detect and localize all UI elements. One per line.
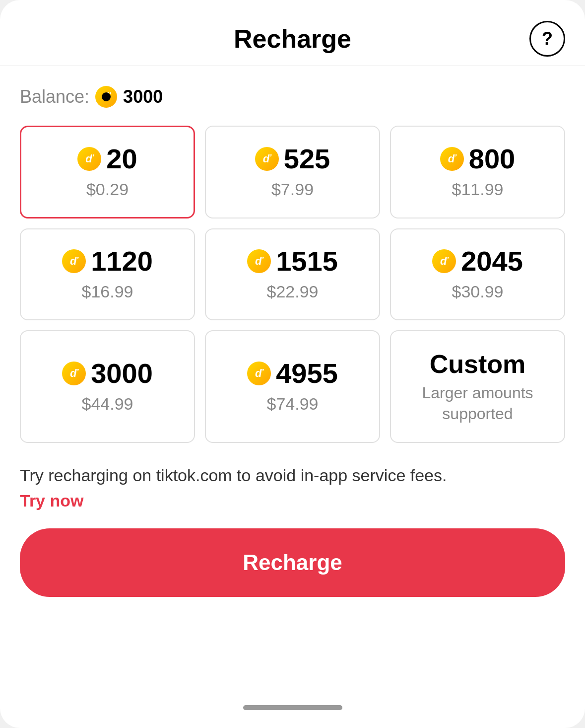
coin-amount-2045: 2045 xyxy=(461,247,523,275)
coin-price-4955: $74.99 xyxy=(267,394,319,414)
try-now-link[interactable]: Try now xyxy=(20,491,565,510)
tiktok-coin-icon: ď xyxy=(70,367,78,380)
coin-icon-1515: ď xyxy=(247,249,271,273)
coin-package-1515[interactable]: ď 1515 $22.99 xyxy=(205,228,380,320)
main-content: Balance: ď 3000 ď 20 $0.29 xyxy=(0,66,585,695)
coin-package-20[interactable]: ď 20 $0.29 xyxy=(20,126,195,218)
coin-price-800: $11.99 xyxy=(452,180,504,199)
tiktok-coin-icon: ď xyxy=(255,255,263,268)
balance-coin-icon: ď xyxy=(95,86,117,108)
coin-package-800[interactable]: ď 800 $11.99 xyxy=(390,126,565,218)
coin-amount-1515: 1515 xyxy=(276,247,338,275)
balance-row: Balance: ď 3000 xyxy=(20,86,565,108)
bottom-indicator-area xyxy=(0,695,585,728)
coin-package-custom[interactable]: Custom Larger amounts supported xyxy=(390,330,565,443)
tiktok-coin-icon: ď xyxy=(85,152,93,165)
coin-price-1515: $22.99 xyxy=(267,282,319,301)
coin-icon-20: ď xyxy=(77,147,101,171)
coin-package-1120[interactable]: ď 1120 $16.99 xyxy=(20,228,195,320)
tiktok-coin-icon: ď xyxy=(70,255,78,268)
coin-package-4955[interactable]: ď 4955 $74.99 xyxy=(205,330,380,443)
custom-description: Larger amounts supported xyxy=(401,383,554,424)
coin-card-row: ď 2045 xyxy=(432,247,523,275)
coin-card-row: ď 525 xyxy=(255,145,330,173)
tiktok-coin-icon: ď xyxy=(255,367,263,380)
coin-amount-3000: 3000 xyxy=(91,360,153,387)
coin-icon-1120: ď xyxy=(62,249,86,273)
coin-package-2045[interactable]: ď 2045 $30.99 xyxy=(390,228,565,320)
coin-price-20: $0.29 xyxy=(86,180,129,199)
coin-package-grid: ď 20 $0.29 ď 525 $7.99 xyxy=(20,126,565,443)
home-indicator xyxy=(243,705,342,710)
coin-card-row: ď 1515 xyxy=(247,247,338,275)
coin-price-525: $7.99 xyxy=(271,180,314,199)
phone-container: Recharge ? Balance: ď 3000 ď 20 xyxy=(0,0,585,728)
balance-amount: 3000 xyxy=(123,86,163,107)
coin-icon-2045: ď xyxy=(432,249,456,273)
coin-card-row: ď 3000 xyxy=(62,360,153,387)
coin-icon-525: ď xyxy=(255,147,279,171)
tiktok-coin-icon: ď xyxy=(448,152,456,165)
coin-card-row: ď 20 xyxy=(77,145,137,173)
tiktok-coin-icon: ď xyxy=(440,255,448,268)
question-icon: ? xyxy=(542,28,553,49)
coin-card-row: ď 4955 xyxy=(247,360,338,387)
custom-title: Custom xyxy=(430,349,526,379)
coin-icon-4955: ď xyxy=(247,362,271,385)
balance-label: Balance: xyxy=(20,86,89,107)
coin-package-3000[interactable]: ď 3000 $44.99 xyxy=(20,330,195,443)
coin-amount-525: 525 xyxy=(284,145,330,173)
recharge-button[interactable]: Recharge xyxy=(20,528,565,597)
coin-amount-800: 800 xyxy=(469,145,515,173)
tiktok-coin-icon: ď xyxy=(263,152,271,165)
promo-text: Try recharging on tiktok.com to avoid in… xyxy=(20,463,565,488)
coin-price-2045: $30.99 xyxy=(452,282,504,301)
coin-card-row: ď 1120 xyxy=(62,247,153,275)
coin-card-row: ď 800 xyxy=(440,145,515,173)
coin-icon-800: ď xyxy=(440,147,464,171)
header: Recharge ? xyxy=(0,0,585,66)
coin-amount-4955: 4955 xyxy=(276,360,338,387)
help-button[interactable]: ? xyxy=(529,21,565,57)
coin-price-1120: $16.99 xyxy=(82,282,133,301)
coin-amount-1120: 1120 xyxy=(91,247,153,275)
coin-icon-3000: ď xyxy=(62,362,86,385)
page-title: Recharge xyxy=(234,24,351,54)
tiktok-logo-icon: ď xyxy=(102,90,110,103)
coin-amount-20: 20 xyxy=(106,145,137,173)
coin-price-3000: $44.99 xyxy=(82,394,133,414)
coin-package-525[interactable]: ď 525 $7.99 xyxy=(205,126,380,218)
